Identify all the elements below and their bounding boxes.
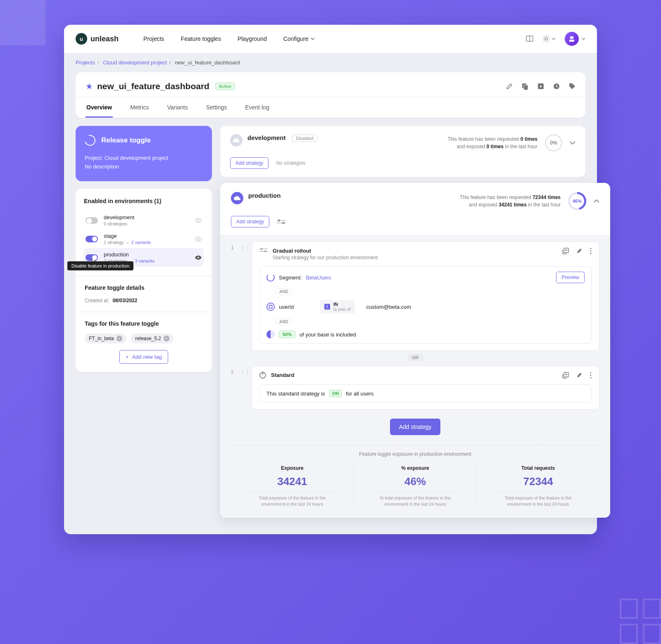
eye-icon[interactable] xyxy=(195,255,202,260)
more-icon[interactable] xyxy=(590,248,592,254)
request-stats: This feature has been requested 72344 ti… xyxy=(460,194,561,208)
power-icon xyxy=(259,372,266,379)
svg-point-26 xyxy=(590,374,591,376)
edit-icon[interactable] xyxy=(576,248,583,254)
svg-point-9 xyxy=(197,220,199,221)
top-nav: u unleash Projects Feature toggles Playg… xyxy=(64,25,597,53)
tab-overview[interactable]: Overview xyxy=(86,97,113,118)
chevron-down-icon xyxy=(311,38,315,40)
logo[interactable]: u unleash xyxy=(76,33,119,45)
total-requests: 72344 xyxy=(477,475,599,488)
brand-name: unleash xyxy=(90,35,119,43)
constraint-icon xyxy=(266,303,275,311)
eye-icon[interactable] xyxy=(195,218,202,223)
logo-mark-icon: u xyxy=(76,33,87,45)
environment-panel-development: development Disabled This feature has be… xyxy=(220,126,585,177)
and-chip: AND xyxy=(276,318,292,325)
crumb-current: new_ui_feature_dashboard xyxy=(175,59,240,66)
preview-button[interactable]: Preview xyxy=(556,272,585,283)
tag-icon[interactable] xyxy=(569,83,575,90)
toggle-stage[interactable] xyxy=(86,236,98,242)
star-icon[interactable]: ★ xyxy=(86,81,93,91)
svg-point-21 xyxy=(590,248,591,249)
and-chip: AND xyxy=(276,288,292,295)
release-title: Release toggle xyxy=(101,136,151,144)
plus-icon: + xyxy=(126,354,129,360)
add-strategy-button[interactable]: Add strategy xyxy=(230,157,269,169)
toggle-production[interactable] xyxy=(86,254,98,261)
user-menu[interactable] xyxy=(565,32,585,46)
duplicate-icon[interactable] xyxy=(562,248,569,254)
more-icon[interactable] xyxy=(590,372,592,379)
tab-settings[interactable]: Settings xyxy=(205,97,228,118)
release-toggle-card: Release toggle Project: Cloud developmen… xyxy=(76,126,212,181)
strategy-description: Starting strategy for our production env… xyxy=(273,255,378,260)
svg-point-23 xyxy=(590,253,591,254)
on-chip: ON xyxy=(329,390,342,397)
sliders-icon[interactable] xyxy=(277,219,286,224)
strategy-index: 1 xyxy=(231,242,240,251)
feature-name: new_ui_feature_dashboard xyxy=(97,81,209,91)
segment-icon xyxy=(266,273,275,282)
cloud-icon xyxy=(231,192,243,204)
chevron-up-icon[interactable] xyxy=(594,199,599,203)
exposure-ring: 46% xyxy=(568,192,586,210)
chevron-down-icon[interactable] xyxy=(570,141,575,144)
tags-heading: Tags for this feature toggle xyxy=(85,320,203,327)
tab-eventlog[interactable]: Event log xyxy=(244,97,270,118)
toggle-development[interactable] xyxy=(86,217,98,224)
disabled-chip: Disabled xyxy=(292,135,317,142)
exposure-value: 34241 xyxy=(231,475,354,488)
request-stats: This feature has been requested 0 times … xyxy=(448,135,537,150)
add-tag-button[interactable]: +Add new tag xyxy=(119,350,168,364)
settings-icon[interactable] xyxy=(542,35,556,43)
tag-chip[interactable]: release_5.2× xyxy=(131,334,174,343)
rollout-pct: 50% xyxy=(279,331,295,338)
variants-link[interactable]: 3 variants xyxy=(135,258,155,263)
eye-icon[interactable] xyxy=(195,237,202,242)
duplicate-icon[interactable] xyxy=(562,372,569,379)
refresh-icon xyxy=(83,133,97,148)
clock-icon[interactable] xyxy=(553,83,560,90)
created-at: Created at:08/03/2022 xyxy=(85,298,203,303)
segment-link[interactable]: BetaUsers xyxy=(306,275,331,281)
exposure-ring: 0% xyxy=(545,134,562,152)
env-row-stage: stage 1 strategy – 2 variants xyxy=(84,230,204,248)
remove-tag-icon[interactable]: × xyxy=(164,336,169,341)
add-strategy-button[interactable]: Add strategy xyxy=(231,216,269,227)
tab-variants[interactable]: Variants xyxy=(166,97,188,118)
remove-tag-icon[interactable]: × xyxy=(117,336,122,341)
environments-heading: Enabled in environments (1) xyxy=(84,198,204,204)
variants-link[interactable]: 2 variants xyxy=(131,240,151,245)
archive-icon[interactable] xyxy=(537,83,544,90)
svg-point-27 xyxy=(590,377,591,378)
no-strategies-text: No strategies xyxy=(276,160,305,166)
chevron-down-icon xyxy=(581,38,585,40)
status-badge: Active xyxy=(215,83,235,90)
drag-handle-icon[interactable]: ⋮⋮ xyxy=(240,366,249,375)
or-chip: OR xyxy=(407,353,424,362)
nav-projects[interactable]: Projects xyxy=(143,36,164,42)
nav-playground[interactable]: Playground xyxy=(238,36,267,42)
tab-metrics[interactable]: Metrics xyxy=(129,97,150,118)
svg-rect-6 xyxy=(524,85,528,90)
copy-icon[interactable] xyxy=(522,83,528,90)
environment-panel-production: production This feature has been request… xyxy=(220,183,610,518)
details-heading: Feature toggle details xyxy=(85,284,203,291)
edit-icon[interactable] xyxy=(506,83,513,90)
env-row-production: production 2 strategies – 3 variants Dis… xyxy=(84,248,204,267)
release-description: No description xyxy=(85,163,203,170)
tag-chip[interactable]: FT_in_beta× xyxy=(85,334,126,343)
cloud-icon xyxy=(230,134,243,147)
exposure-section: Feature toggle exposure in production en… xyxy=(231,445,599,507)
svg-point-25 xyxy=(590,372,591,373)
avatar-icon xyxy=(565,32,579,46)
edit-icon[interactable] xyxy=(576,372,583,379)
add-strategy-button[interactable]: Add strategy xyxy=(390,419,441,435)
crumb-projects[interactable]: Projects xyxy=(76,59,95,66)
docs-icon[interactable] xyxy=(526,36,533,42)
nav-configure[interactable]: Configure xyxy=(283,36,315,42)
nav-feature-toggles[interactable]: Feature toggles xyxy=(181,36,221,42)
drag-handle-icon[interactable]: ⋮⋮ xyxy=(240,242,249,251)
crumb-project[interactable]: Cloud development project xyxy=(103,59,167,66)
